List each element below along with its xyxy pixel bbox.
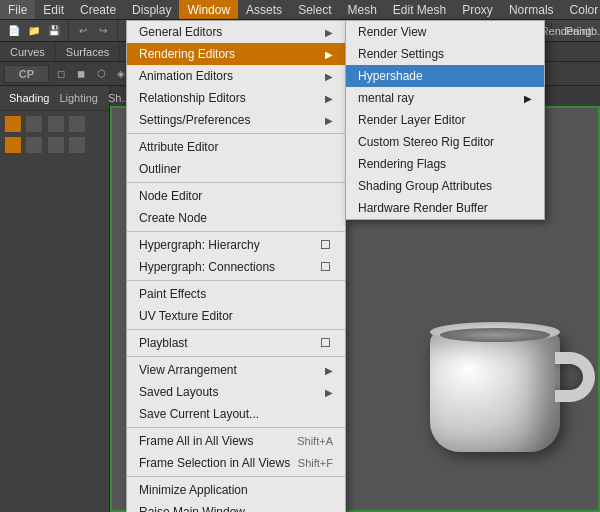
- panel-icon-1[interactable]: [5, 116, 21, 132]
- new-file-icon[interactable]: 📄: [5, 22, 23, 40]
- dd-playblast[interactable]: Playblast ☐: [127, 332, 345, 354]
- arrow-icon-animation: ▶: [325, 71, 333, 82]
- menu-display[interactable]: Display: [124, 0, 179, 19]
- undo-icon[interactable]: ↩: [74, 22, 92, 40]
- menu-mesh[interactable]: Mesh: [339, 0, 384, 19]
- separator-4: [127, 280, 345, 281]
- arrow-icon-view: ▶: [325, 365, 333, 376]
- menu-edit[interactable]: Edit: [35, 0, 72, 19]
- dd-view-arrangement[interactable]: View Arrangement ▶: [127, 359, 345, 381]
- window-dropdown[interactable]: General Editors ▶ Rendering Editors ▶ An…: [126, 20, 346, 512]
- menu-bar: File Edit Create Display Window Assets S…: [0, 0, 600, 20]
- arrow-icon-rendering: ▶: [325, 49, 333, 60]
- tab-curves[interactable]: Curves: [0, 44, 56, 60]
- shortcut-frame-sel: Shift+F: [298, 457, 333, 469]
- sub-hypershade[interactable]: Hypershade: [346, 65, 544, 87]
- sub-custom-stereo-rig[interactable]: Custom Stereo Rig Editor: [346, 131, 544, 153]
- open-file-icon[interactable]: 📁: [25, 22, 43, 40]
- dd-outliner[interactable]: Outliner: [127, 158, 345, 180]
- cup-handle: [555, 352, 595, 402]
- cup-inside: [440, 328, 550, 342]
- menu-create[interactable]: Create: [72, 0, 124, 19]
- dd-animation-editors[interactable]: Animation Editors ▶: [127, 65, 345, 87]
- sub-render-layer-editor[interactable]: Render Layer Editor: [346, 109, 544, 131]
- dd-settings-prefs[interactable]: Settings/Preferences ▶: [127, 109, 345, 131]
- dd-minimize-app[interactable]: Minimize Application: [127, 479, 345, 501]
- toolbar-icon-1[interactable]: ◻: [52, 65, 70, 83]
- menu-window[interactable]: Window: [179, 0, 238, 19]
- dd-hypergraph-connections[interactable]: Hypergraph: Connections ☐: [127, 256, 345, 278]
- dd-saved-layouts[interactable]: Saved Layouts ▶: [127, 381, 345, 403]
- arrow-icon-settings: ▶: [325, 115, 333, 126]
- dd-frame-selection[interactable]: Frame Selection in All Views Shift+F: [127, 452, 345, 474]
- left-panel: Shading Lighting Sh...: [0, 86, 110, 512]
- rendering-submenu[interactable]: Render View Render Settings Hypershade m…: [345, 20, 545, 220]
- cup-body: [430, 332, 560, 452]
- panel-tab-lighting[interactable]: Lighting: [54, 88, 103, 108]
- panel-icon-5[interactable]: [5, 137, 21, 153]
- menu-edit-mesh[interactable]: Edit Mesh: [385, 0, 454, 19]
- redo-icon[interactable]: ↪: [94, 22, 112, 40]
- arrow-icon-saved: ▶: [325, 387, 333, 398]
- separator-3: [127, 231, 345, 232]
- dd-relationship-editors[interactable]: Relationship Editors ▶: [127, 87, 345, 109]
- panel-icon-8[interactable]: [69, 137, 85, 153]
- separator-8: [127, 476, 345, 477]
- arrow-icon-relationship: ▶: [325, 93, 333, 104]
- separator-5: [127, 329, 345, 330]
- sub-render-view[interactable]: Render View: [346, 21, 544, 43]
- arrow-icon: ▶: [325, 27, 333, 38]
- sub-render-settings[interactable]: Render Settings: [346, 43, 544, 65]
- panel-icon-6[interactable]: [26, 137, 42, 153]
- dd-uv-texture-editor[interactable]: UV Texture Editor: [127, 305, 345, 327]
- dd-create-node[interactable]: Create Node: [127, 207, 345, 229]
- checkbox-pb: ☐: [317, 336, 333, 350]
- dd-general-editors[interactable]: General Editors ▶: [127, 21, 345, 43]
- toolbar-icon-3[interactable]: ⬡: [92, 65, 110, 83]
- dd-attribute-editor[interactable]: Attribute Editor: [127, 136, 345, 158]
- menu-color[interactable]: Color: [562, 0, 600, 19]
- panel-tab-shading[interactable]: Shading: [4, 88, 54, 108]
- dd-raise-main[interactable]: Raise Main Window: [127, 501, 345, 512]
- menu-normals[interactable]: Normals: [501, 0, 562, 19]
- tab-surfaces[interactable]: Surfaces: [56, 44, 120, 60]
- toolbar-section-undo: ↩ ↪: [69, 20, 118, 41]
- toolbar-section-file: 📄 📁 💾: [0, 20, 69, 41]
- panel-icon-4[interactable]: [69, 116, 85, 132]
- shortcut-frame-all: Shift+A: [297, 435, 333, 447]
- panel-icon-7[interactable]: [48, 137, 64, 153]
- separator-7: [127, 427, 345, 428]
- cp-box: CP: [4, 65, 49, 83]
- paint-tab[interactable]: Paintb...: [577, 22, 595, 40]
- sub-mental-ray[interactable]: mental ray ▶: [346, 87, 544, 109]
- sub-hardware-render-buffer[interactable]: Hardware Render Buffer: [346, 197, 544, 219]
- dd-rendering-editors[interactable]: Rendering Editors ▶: [127, 43, 345, 65]
- menu-select[interactable]: Select: [290, 0, 339, 19]
- toolbar-icon-2[interactable]: ◼: [72, 65, 90, 83]
- panel-icon-2[interactable]: [26, 116, 42, 132]
- dd-frame-all[interactable]: Frame All in All Views Shift+A: [127, 430, 345, 452]
- dd-hypergraph-hierarchy[interactable]: Hypergraph: Hierarchy ☐: [127, 234, 345, 256]
- cup-model: [430, 332, 560, 452]
- dd-save-current-layout[interactable]: Save Current Layout...: [127, 403, 345, 425]
- checkbox-hh: ☐: [317, 238, 333, 252]
- menu-assets[interactable]: Assets: [238, 0, 290, 19]
- dd-node-editor[interactable]: Node Editor: [127, 185, 345, 207]
- separator-1: [127, 133, 345, 134]
- save-icon[interactable]: 💾: [45, 22, 63, 40]
- sub-rendering-flags[interactable]: Rendering Flags: [346, 153, 544, 175]
- separator-6: [127, 356, 345, 357]
- menu-file[interactable]: File: [0, 0, 35, 19]
- menu-proxy[interactable]: Proxy: [454, 0, 501, 19]
- panel-icon-3[interactable]: [48, 116, 64, 132]
- arrow-mental-ray: ▶: [524, 93, 532, 104]
- separator-2: [127, 182, 345, 183]
- checkbox-hc: ☐: [317, 260, 333, 274]
- dd-paint-effects[interactable]: Paint Effects: [127, 283, 345, 305]
- sub-shading-group-attrs[interactable]: Shading Group Attributes: [346, 175, 544, 197]
